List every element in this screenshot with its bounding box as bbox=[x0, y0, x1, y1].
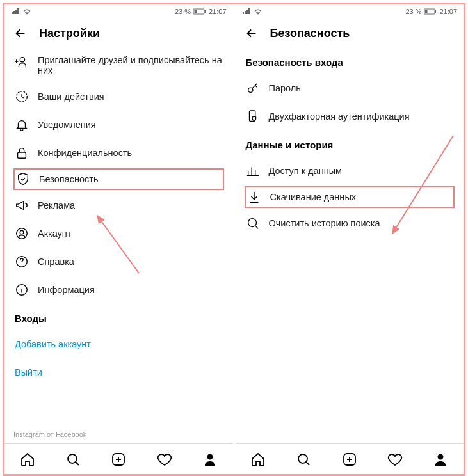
menu-label: Пароль bbox=[269, 83, 301, 93]
nav-search[interactable] bbox=[295, 451, 312, 468]
svg-point-7 bbox=[20, 230, 24, 234]
svg-point-16 bbox=[248, 88, 252, 92]
bottom-nav bbox=[4, 443, 233, 474]
megaphone-icon bbox=[15, 198, 29, 212]
battery-percent: 23 % bbox=[405, 8, 421, 15]
status-bar: 23 % 21:07 bbox=[236, 4, 464, 19]
menu-label: Безопасность bbox=[39, 174, 99, 184]
menu-label: Двухфакторная аутентификация bbox=[269, 111, 410, 122]
menu-security[interactable]: Безопасность bbox=[13, 168, 224, 190]
svg-point-10 bbox=[68, 454, 77, 463]
add-person-icon bbox=[15, 55, 29, 69]
nav-activity[interactable] bbox=[156, 451, 173, 468]
nav-activity[interactable] bbox=[387, 451, 403, 468]
search-icon bbox=[246, 216, 260, 230]
menu-label: Конфиденциальность bbox=[38, 148, 132, 158]
footer-branding: Instagram от Facebook bbox=[4, 420, 233, 443]
nav-home[interactable] bbox=[250, 451, 266, 468]
phone-shield-icon bbox=[246, 109, 260, 123]
nav-add[interactable] bbox=[110, 451, 127, 468]
link-add-account[interactable]: Добавить аккаунт bbox=[13, 330, 224, 358]
menu-your-activity[interactable]: Ваши действия bbox=[13, 83, 224, 111]
menu-notifications[interactable]: Уведомления bbox=[13, 111, 224, 139]
menu-password[interactable]: Пароль bbox=[245, 74, 455, 102]
page-header: Безопасность bbox=[236, 19, 464, 48]
svg-point-19 bbox=[298, 454, 307, 463]
wifi-icon bbox=[254, 8, 262, 15]
svg-point-18 bbox=[248, 219, 256, 227]
svg-rect-2 bbox=[204, 10, 206, 13]
right-phone-screen: 23 % 21:07 Безопасность Безопасность вхо… bbox=[236, 4, 464, 474]
account-icon bbox=[15, 226, 29, 241]
bottom-nav bbox=[236, 443, 464, 474]
time: 21:07 bbox=[439, 8, 457, 15]
menu-clear-search[interactable]: Очистить историю поиска bbox=[245, 209, 455, 237]
section-logins: Входы bbox=[13, 304, 224, 330]
battery-percent: 23 % bbox=[175, 8, 191, 15]
nav-profile[interactable] bbox=[432, 451, 449, 468]
info-icon bbox=[15, 283, 29, 297]
menu-help[interactable]: Справка bbox=[13, 248, 224, 276]
status-bar: 23 % 21:07 bbox=[4, 4, 233, 19]
help-icon bbox=[15, 255, 29, 269]
shield-check-icon bbox=[16, 172, 30, 186]
battery-icon bbox=[424, 8, 437, 15]
menu-invite-friends[interactable]: Приглашайте друзей и подписывайтесь на н… bbox=[13, 48, 224, 83]
back-icon[interactable] bbox=[13, 26, 28, 40]
svg-rect-15 bbox=[435, 10, 437, 13]
time: 21:07 bbox=[209, 8, 227, 15]
bars-icon bbox=[246, 164, 260, 178]
clock-activity-icon bbox=[15, 90, 29, 104]
menu-account[interactable]: Аккаунт bbox=[13, 219, 224, 248]
signal-icon bbox=[11, 8, 20, 15]
section-data-history: Данные и история bbox=[245, 131, 455, 157]
menu-label: Информация bbox=[38, 285, 95, 295]
menu-label: Справка bbox=[38, 257, 74, 267]
svg-rect-5 bbox=[18, 152, 26, 158]
menu-ads[interactable]: Реклама bbox=[13, 191, 224, 219]
svg-point-3 bbox=[20, 58, 24, 62]
menu-privacy[interactable]: Конфиденциальность bbox=[13, 139, 224, 167]
svg-rect-1 bbox=[194, 10, 197, 13]
menu-about[interactable]: Информация bbox=[13, 276, 224, 304]
section-login-security: Безопасность входа bbox=[245, 48, 455, 74]
wifi-icon bbox=[22, 8, 31, 15]
menu-label: Скачивание данных bbox=[270, 192, 357, 202]
menu-label: Аккаунт bbox=[38, 228, 71, 239]
page-title: Настройки bbox=[39, 27, 100, 40]
svg-point-12 bbox=[207, 454, 213, 459]
menu-data-access[interactable]: Доступ к данным bbox=[245, 157, 455, 185]
menu-label: Реклама bbox=[38, 200, 75, 210]
menu-label: Уведомления bbox=[38, 120, 96, 130]
menu-label: Доступ к данным bbox=[269, 166, 343, 176]
svg-rect-14 bbox=[425, 10, 428, 13]
menu-label: Приглашайте друзей и подписывайтесь на н… bbox=[38, 55, 223, 75]
page-header: Настройки bbox=[4, 19, 233, 48]
page-title: Безопасность bbox=[270, 27, 350, 40]
left-phone-screen: 23 % 21:07 Настройки Приглашайте друзей … bbox=[4, 4, 233, 474]
menu-label: Ваши действия bbox=[38, 91, 104, 102]
nav-home[interactable] bbox=[19, 451, 36, 468]
link-logout[interactable]: Выйти bbox=[13, 358, 224, 386]
menu-download-data[interactable]: Скачивание данных bbox=[245, 186, 455, 208]
nav-add[interactable] bbox=[341, 451, 358, 468]
back-icon[interactable] bbox=[245, 26, 259, 40]
nav-profile[interactable] bbox=[202, 451, 218, 468]
signal-icon bbox=[242, 8, 251, 15]
menu-two-factor[interactable]: Двухфакторная аутентификация bbox=[245, 102, 455, 131]
key-icon bbox=[246, 81, 260, 95]
menu-label: Очистить историю поиска bbox=[269, 218, 380, 228]
battery-icon bbox=[193, 8, 206, 15]
lock-icon bbox=[15, 146, 29, 160]
download-icon bbox=[247, 190, 261, 204]
nav-search[interactable] bbox=[65, 451, 81, 468]
bell-icon bbox=[15, 118, 29, 132]
svg-point-21 bbox=[438, 454, 444, 459]
